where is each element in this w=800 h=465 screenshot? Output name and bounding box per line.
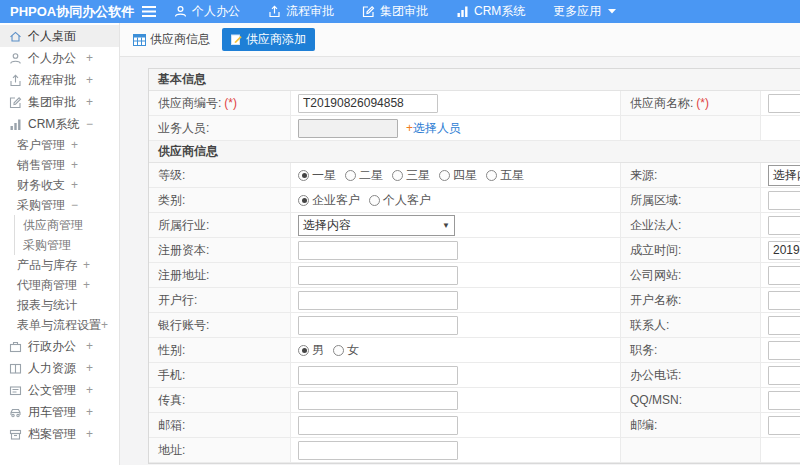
menu-item-group-approval[interactable]: 集团审批 (362, 3, 428, 20)
expand-plus-icon[interactable]: + (86, 361, 93, 375)
account-name-input[interactable] (768, 291, 800, 310)
expand-plus-icon[interactable]: + (83, 278, 90, 292)
sidebar-item-workflow-approval[interactable]: 流程审批 + (0, 69, 119, 91)
contact-input[interactable] (768, 316, 800, 335)
sidebar-item-customer-mgmt[interactable]: 客户管理 + (0, 135, 119, 155)
expand-plus-icon[interactable]: + (86, 383, 93, 397)
expand-plus-icon[interactable]: + (86, 405, 93, 419)
registered-capital-input[interactable] (298, 241, 458, 260)
tab-supplier-info[interactable]: 供应商信息 (133, 31, 210, 48)
sidebar-item-finance[interactable]: 财务收支 + (0, 175, 119, 195)
radio-option[interactable]: 五星 (486, 167, 524, 184)
expand-plus-icon[interactable]: + (71, 158, 78, 172)
sidebar-item-human-resources[interactable]: 人力资源 + (0, 357, 119, 379)
email-input[interactable] (298, 416, 458, 435)
bank-account-input[interactable] (298, 316, 458, 335)
radio-option[interactable]: 企业客户 (298, 192, 360, 209)
form-row-capital-founded: 注册资本: 成立时间: (149, 238, 800, 263)
sidebar-item-supplier-mgmt[interactable]: 供应商管理 (15, 215, 119, 235)
radio-option[interactable]: 二星 (345, 167, 383, 184)
sidebar-item-purchasing[interactable]: 采购管理 (15, 235, 119, 255)
mobile-input[interactable] (298, 366, 458, 385)
choose-person-link[interactable]: +选择人员 (406, 120, 461, 137)
radio-checked-icon (298, 345, 309, 356)
sidebar-item-agent-mgmt[interactable]: 代理商管理 + (0, 275, 119, 295)
address-input[interactable] (298, 441, 458, 460)
registered-address-input[interactable] (298, 266, 458, 285)
radio-checked-icon (298, 170, 309, 181)
office-phone-input[interactable] (768, 366, 800, 385)
radio-icon (439, 170, 450, 181)
collapse-minus-icon[interactable]: − (71, 198, 78, 212)
expand-plus-icon[interactable]: + (86, 51, 93, 65)
radio-option[interactable]: 四星 (439, 167, 477, 184)
zip-input[interactable] (768, 416, 800, 435)
website-input[interactable] (768, 266, 800, 285)
hamburger-menu-icon[interactable] (142, 6, 156, 17)
expand-plus-icon[interactable]: + (86, 427, 93, 441)
expand-plus-icon[interactable]: + (71, 178, 78, 192)
sidebar-item-reports-stats[interactable]: 报表与统计 (0, 295, 119, 315)
qq-msn-input[interactable] (768, 391, 800, 410)
sidebar-item-desktop[interactable]: 个人桌面 (0, 25, 119, 47)
menu-item-more-apps[interactable]: 更多应用 (553, 3, 616, 20)
menu-item-workflow-approval[interactable]: 流程审批 (268, 3, 334, 20)
bar-chart-icon (456, 5, 469, 18)
expand-plus-icon[interactable]: + (71, 138, 78, 152)
founded-date-input[interactable] (768, 241, 800, 260)
empty-field-cell (761, 438, 800, 462)
bank-input[interactable] (298, 291, 458, 310)
expand-plus-icon[interactable]: + (86, 73, 93, 87)
fax-input[interactable] (298, 391, 458, 410)
sidebar-item-admin-office[interactable]: 行政办公 + (0, 335, 119, 357)
field-cell: 一星 二星 三星 四星 五星 (291, 163, 621, 187)
position-input[interactable] (768, 341, 800, 360)
radio-option[interactable]: 一星 (298, 167, 336, 184)
expand-plus-icon[interactable]: + (83, 258, 90, 272)
field-cell (761, 288, 800, 312)
tab-supplier-add[interactable]: 供应商添加 (222, 28, 315, 51)
business-person-input[interactable] (298, 119, 398, 138)
menu-item-crm-system[interactable]: CRM系统 (456, 3, 525, 20)
field-label: 地址: (149, 438, 291, 462)
source-select[interactable]: 选择内容 ▼ (768, 165, 800, 186)
field-cell: 选择内容 ▼ (761, 163, 800, 187)
expand-plus-icon[interactable]: + (101, 318, 108, 332)
briefcase-icon (8, 339, 23, 354)
radio-icon (333, 345, 344, 356)
radio-option[interactable]: 个人客户 (369, 192, 431, 209)
sidebar-item-purchase-mgmt[interactable]: 采购管理 − (0, 195, 119, 215)
upload-box-icon (8, 73, 23, 88)
bar-chart-icon (8, 117, 23, 132)
sidebar-item-vehicle-mgmt[interactable]: 用车管理 + (0, 401, 119, 423)
industry-select[interactable]: 选择内容 ▼ (298, 215, 455, 236)
sidebar-item-document-mgmt[interactable]: 公文管理 + (0, 379, 119, 401)
radio-option[interactable]: 男 (298, 342, 324, 359)
legal-person-input[interactable] (768, 216, 800, 235)
sidebar-item-crm-system[interactable]: CRM系统 − (0, 113, 119, 135)
sidebar-item-group-approval[interactable]: 集团审批 + (0, 91, 119, 113)
region-input[interactable] (768, 191, 800, 210)
expand-plus-icon[interactable]: + (86, 339, 93, 353)
form-row-fax-qqmsn: 传真: QQ/MSN: (149, 388, 800, 413)
sidebar-item-archive-mgmt[interactable]: 档案管理 + (0, 423, 119, 445)
supplier-code-input[interactable] (298, 94, 438, 113)
sidebar-item-personal-office[interactable]: 个人办公 + (0, 47, 119, 69)
field-label: 邮箱: (149, 413, 291, 437)
supplier-name-input[interactable] (768, 94, 800, 113)
open-book-icon (8, 361, 23, 376)
field-cell (761, 263, 800, 287)
edit-page-icon (231, 34, 242, 45)
field-cell (761, 213, 800, 237)
sidebar-item-product-inventory[interactable]: 产品与库存 + (0, 255, 119, 275)
sidebar-item-sales-mgmt[interactable]: 销售管理 + (0, 155, 119, 175)
menu-item-personal-office[interactable]: 个人办公 (174, 3, 240, 20)
expand-plus-icon[interactable]: + (86, 95, 93, 109)
collapse-minus-icon[interactable]: − (86, 117, 93, 131)
gender-radio-group: 男 女 (298, 342, 368, 359)
field-cell (291, 388, 621, 412)
tab-bar: 供应商信息 供应商添加 (120, 23, 800, 57)
sidebar-item-form-workflow-settings[interactable]: 表单与流程设置 + (0, 315, 119, 335)
radio-option[interactable]: 女 (333, 342, 359, 359)
radio-option[interactable]: 三星 (392, 167, 430, 184)
